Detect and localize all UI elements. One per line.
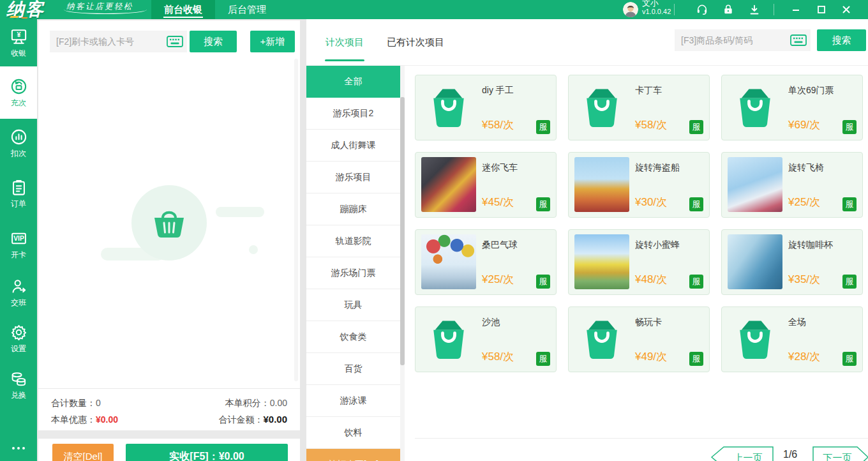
sidebar-label: 收银	[11, 48, 26, 59]
discount-label: 本单优惠：	[51, 414, 96, 425]
cart-scrollbar[interactable]	[294, 59, 298, 381]
service-badge: 服	[689, 275, 703, 289]
add-member-button[interactable]: +新增	[250, 31, 295, 52]
customer-service-icon[interactable]	[696, 3, 708, 16]
category-list: 全部游乐项目2成人街舞课游乐项目蹦蹦床轨道影院游乐场门票玩具饮食类百货游泳课饮料…	[306, 66, 400, 461]
category-label: 饮料	[345, 427, 363, 439]
category-item[interactable]: 全部	[306, 66, 400, 98]
sidebar-item-vip-card[interactable]: VIP 开卡	[0, 220, 37, 269]
product-image	[574, 80, 629, 135]
product-card[interactable]: 卡丁车 ¥58/次 服	[568, 75, 710, 140]
product-search-button[interactable]: 搜索	[817, 29, 866, 51]
product-card[interactable]: 旋转飞椅 ¥25/次 服	[721, 152, 863, 218]
category-item[interactable]: 游乐场门票	[306, 257, 400, 289]
nav-tab[interactable]: 后台管理	[215, 0, 279, 19]
category-item[interactable]: 游乐项目	[306, 162, 400, 193]
sidebar-item-cashier[interactable]: ¥ 收银	[0, 19, 37, 66]
category-scrollbar-track[interactable]	[400, 66, 405, 461]
category-label: 蹦蹦床	[340, 204, 367, 215]
lock-icon[interactable]	[722, 3, 735, 16]
sidebar-item-settings[interactable]: 设置	[0, 315, 37, 361]
product-price: ¥58/次	[482, 349, 514, 364]
category-item[interactable]: 轨道影院	[306, 225, 400, 257]
sidebar-item-deduct-times[interactable]: 扣次	[0, 119, 37, 167]
order-points: 本单积分：0.00	[225, 397, 287, 413]
product-image	[421, 234, 476, 289]
product-price: ¥35/次	[788, 272, 820, 287]
product-card[interactable]: 旋转海盗船 ¥30/次 服	[568, 152, 710, 218]
sidebar-item-recharge-times[interactable]: 充次	[0, 66, 37, 119]
product-price: ¥48/次	[635, 272, 667, 287]
maximize-button[interactable]	[811, 0, 832, 19]
clear-cart-button[interactable]: 清空[Del]	[52, 444, 114, 461]
product-name: 沙池	[482, 317, 552, 328]
category-item[interactable]: 玩具	[306, 289, 400, 321]
category-label: 玩具	[345, 299, 363, 311]
catalog-tab[interactable]: 计次项目	[326, 19, 364, 66]
sidebar-item-exchange[interactable]: 兑换	[0, 361, 37, 409]
checkout-button[interactable]: 实收[F5]：¥0.00	[126, 444, 288, 461]
category-scrollbar-thumb[interactable]	[400, 97, 405, 365]
category-item[interactable]: 饮料	[306, 417, 400, 449]
total-value: ¥0.00	[263, 414, 287, 425]
avatar[interactable]	[623, 2, 638, 17]
product-card[interactable]: 沙池 ¥58/次 服	[415, 306, 557, 372]
product-card[interactable]: 旋转小蜜蜂 ¥48/次 服	[568, 229, 710, 295]
category-item[interactable]: 成人街舞课	[306, 130, 400, 162]
shopping-bag-icon	[424, 315, 473, 363]
empty-decor	[216, 207, 264, 217]
close-button[interactable]	[835, 0, 857, 19]
download-icon[interactable]	[748, 3, 761, 16]
product-image	[421, 312, 476, 367]
product-card[interactable]: 畅玩卡 ¥49/次 服	[568, 306, 710, 372]
sidebar-label: 订单	[11, 199, 26, 209]
sidebar-item-shift-change[interactable]: 交班	[0, 269, 37, 315]
category-item[interactable]: 补打小票[50]	[306, 449, 400, 461]
category-item[interactable]: 百货	[306, 353, 400, 385]
product-card[interactable]: 单次69门票 ¥69/次 服	[721, 75, 863, 140]
category-label: 游乐项目2	[333, 108, 374, 119]
catalog-header: 计次项目已有计次项目 搜索	[306, 19, 868, 66]
more-dots-icon	[10, 444, 27, 452]
member-search-button[interactable]: 搜索	[190, 31, 237, 52]
keyboard-icon[interactable]	[167, 36, 183, 47]
product-card[interactable]: diy 手工 ¥58/次 服	[415, 75, 557, 140]
product-card[interactable]: 全场 ¥28/次 服	[721, 306, 863, 372]
category-item[interactable]: 游泳课	[306, 385, 400, 417]
product-card[interactable]: 桑巴气球 ¥25/次 服	[415, 229, 557, 295]
product-image	[574, 234, 629, 289]
product-image	[728, 234, 782, 289]
product-card[interactable]: 旋转咖啡杯 ¥35/次 服	[721, 229, 863, 295]
prev-page-button[interactable]: 上一页	[710, 446, 774, 461]
shopping-bag-icon	[731, 315, 779, 363]
product-name: 旋转小蜜蜂	[635, 239, 705, 251]
minimize-button[interactable]	[785, 0, 807, 19]
category-label: 游泳课	[340, 395, 367, 407]
cart-panel: 搜索 +新增 合计数量：0 本单积分：0.00	[38, 20, 300, 461]
catalog-tab[interactable]: 已有计次项目	[387, 19, 444, 66]
product-image	[574, 157, 629, 212]
sidebar-item-orders[interactable]: 订单	[0, 167, 37, 220]
product-image	[574, 312, 629, 367]
shopping-bag-icon	[578, 315, 626, 363]
product-card[interactable]: 迷你飞车 ¥45/次 服	[415, 152, 557, 218]
service-badge: 服	[536, 197, 550, 211]
product-price: ¥58/次	[482, 117, 514, 132]
service-badge: 服	[689, 197, 703, 211]
sidebar-label: 交班	[11, 298, 26, 308]
points-value: 0.00	[270, 398, 287, 408]
next-page-button[interactable]: 下一页	[812, 446, 868, 461]
product-name: diy 手工	[482, 85, 552, 96]
category-item[interactable]: 游乐项目2	[306, 98, 400, 130]
catalog-panel: 计次项目已有计次项目 搜索 全部游乐项目2成人街舞课游乐项目蹦蹦床轨道影院游乐场…	[306, 19, 868, 461]
keyboard-icon[interactable]	[790, 34, 807, 46]
barcode-input-wrap	[675, 29, 811, 51]
nav-tab[interactable]: 前台收银	[151, 0, 215, 19]
product-name: 迷你飞车	[482, 162, 552, 174]
category-item[interactable]: 蹦蹦床	[306, 193, 400, 225]
sidebar-more-button[interactable]	[0, 444, 37, 452]
basket-icon	[149, 205, 189, 241]
category-item[interactable]: 饮食类	[306, 321, 400, 353]
product-name: 旋转飞椅	[788, 162, 858, 174]
prev-page-label: 上一页	[734, 452, 763, 461]
